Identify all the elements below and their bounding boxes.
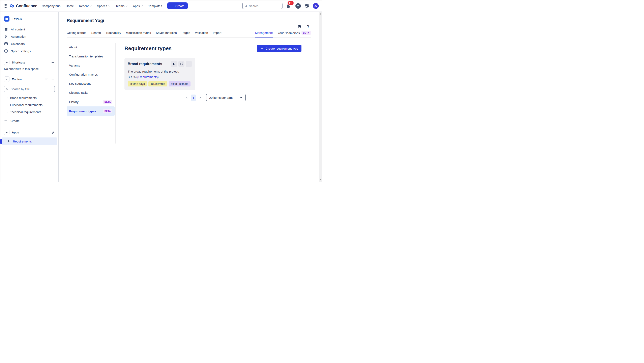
global-nav: Company hub Home Recent Spaces Teams App…: [42, 4, 162, 8]
property-tag: ext@Estimate: [169, 81, 190, 87]
collapse-content-button[interactable]: [4, 76, 10, 82]
sidebar-create-button[interactable]: Create: [0, 117, 58, 125]
tab-validation[interactable]: Validation: [195, 31, 208, 37]
settings-nav: About Transformation templates Variants …: [67, 43, 116, 144]
app-switcher-icon[interactable]: [4, 4, 10, 8]
app-settings-button[interactable]: [298, 24, 302, 29]
collapse-shortcuts-button[interactable]: [4, 60, 10, 65]
chevron-down-icon: [108, 5, 110, 7]
nav-item-spaces[interactable]: Spaces: [97, 4, 110, 8]
scrollbar-up-arrow[interactable]: [320, 13, 321, 15]
app-help-button[interactable]: ?: [307, 24, 309, 29]
settings-nav-item-configuration-macros[interactable]: Configuration macros: [67, 70, 115, 79]
search-by-title-input[interactable]: [10, 87, 53, 91]
search-icon: [6, 88, 9, 91]
nav-item-teams[interactable]: Teams: [116, 4, 128, 8]
content-tree: Broad requirements Functional requiremen…: [0, 94, 58, 116]
confluence-logo[interactable]: Confluence: [10, 4, 37, 8]
settings-nav-item-about[interactable]: About: [67, 43, 115, 52]
filter-content-button[interactable]: [44, 77, 48, 81]
plus-icon: [51, 61, 55, 64]
search-icon: [244, 4, 247, 8]
settings-nav-item-history[interactable]: HistoryBETA: [67, 97, 115, 106]
card-title: Broad requirements: [128, 62, 162, 66]
tab-management[interactable]: Management: [255, 31, 273, 38]
tab-pages[interactable]: Pages: [182, 31, 190, 37]
sidebar-item-calendars[interactable]: Calendars: [0, 40, 58, 47]
settings-nav-item-transformation-templates[interactable]: Transformation templates: [67, 52, 115, 61]
window-top-edge: [0, 0, 322, 1]
plus-icon: [170, 5, 174, 8]
create-requirement-type-button[interactable]: Create requirement type: [257, 45, 302, 52]
collapse-apps-button[interactable]: [4, 130, 10, 135]
nav-item-apps[interactable]: Apps: [133, 4, 143, 8]
edit-apps-button[interactable]: [52, 131, 55, 134]
confluence-window: Confluence Company hub Home Recent Space…: [0, 0, 322, 182]
requirement-yogi-icon: [7, 140, 10, 143]
previous-page-button[interactable]: [184, 95, 189, 100]
user-avatar[interactable]: JB: [313, 3, 319, 9]
search-by-title[interactable]: [4, 86, 55, 92]
chevron-left-icon: [185, 96, 188, 99]
tab-getting-started[interactable]: Getting started: [67, 31, 86, 37]
tab-import[interactable]: Import: [213, 31, 222, 37]
pagination: 1 20 items per page: [126, 94, 304, 101]
play-icon: [172, 63, 176, 66]
add-content-button[interactable]: [51, 77, 55, 81]
section-heading: Requirement types: [124, 45, 172, 52]
page-size-select[interactable]: 20 items per page: [206, 94, 246, 101]
nav-item-templates[interactable]: Templates: [148, 4, 162, 8]
tab-traceability[interactable]: Traceability: [106, 31, 121, 37]
add-shortcut-button[interactable]: [51, 61, 55, 64]
search-input[interactable]: [249, 4, 280, 8]
space-icon: [4, 16, 10, 22]
settings-nav-item-cleanup-tasks[interactable]: Cleanup tasks: [67, 88, 115, 97]
sidebar-item-space-settings[interactable]: Space settings: [0, 47, 58, 55]
card-description: The broad requirements of the project.: [128, 70, 192, 73]
nav-item-company-hub[interactable]: Company hub: [42, 4, 60, 8]
more-actions-button[interactable]: [186, 61, 192, 67]
sidebar-item-requirements[interactable]: Requirements: [2, 137, 57, 145]
global-search[interactable]: [242, 3, 282, 9]
settings-nav-item-variants[interactable]: Variants: [67, 61, 115, 70]
content-section-header: Content: [0, 75, 58, 84]
current-page[interactable]: 1: [191, 95, 196, 101]
settings-nav-item-requirement-types[interactable]: Requirement typesBETA: [67, 106, 115, 116]
tab-your-champions[interactable]: Your Champions BETA: [278, 31, 311, 37]
next-page-button[interactable]: [198, 95, 202, 100]
calendar-icon: [4, 42, 8, 46]
chevron-down-icon: [90, 5, 92, 7]
run-button[interactable]: [171, 61, 177, 67]
content-item-technical-requirements[interactable]: Technical requirements: [0, 108, 58, 116]
scrollbar-down-arrow[interactable]: [320, 179, 321, 180]
content-item-functional-requirements[interactable]: Functional requirements: [0, 101, 58, 108]
tab-saved-matrices[interactable]: Saved matrices: [156, 31, 176, 37]
chevron-down-icon: [6, 78, 8, 80]
sidebar-item-automation[interactable]: Automation: [0, 33, 58, 40]
confluence-logo-icon: [10, 4, 14, 8]
nav-item-recent[interactable]: Recent: [79, 4, 92, 8]
settings-button[interactable]: [304, 3, 310, 9]
nav-item-home[interactable]: Home: [66, 4, 74, 8]
beta-badge: BETA: [103, 100, 112, 104]
tab-modification-matrix[interactable]: Modification matrix: [126, 31, 151, 37]
tab-search[interactable]: Search: [91, 31, 101, 37]
sidebar-item-all-content[interactable]: All content: [0, 26, 58, 33]
space-header[interactable]: TYPES: [0, 15, 58, 26]
lightning-icon: [4, 35, 8, 39]
settings-nav-item-key-suggestions[interactable]: Key suggestions: [67, 79, 115, 88]
requirement-types-panel: Requirement types Create requirement typ…: [124, 43, 302, 101]
notifications-button[interactable]: 9+: [286, 3, 292, 9]
bullet-icon: [7, 112, 8, 113]
global-create-button[interactable]: Create: [167, 3, 188, 9]
card-properties: @Man days @Delivered ext@Estimate: [128, 81, 192, 87]
requirements-count-link[interactable]: 3 requirements: [137, 75, 158, 79]
content-item-broad-requirements[interactable]: Broad requirements: [0, 94, 58, 101]
export-button[interactable]: [178, 61, 184, 67]
active-indicator: [0, 139, 2, 144]
product-name: Confluence: [16, 4, 37, 8]
page-scrollbar[interactable]: [319, 12, 322, 182]
chevron-down-icon: [6, 131, 8, 134]
shortcuts-section-header: Shortcuts: [0, 58, 58, 67]
help-button[interactable]: ?: [296, 3, 301, 9]
